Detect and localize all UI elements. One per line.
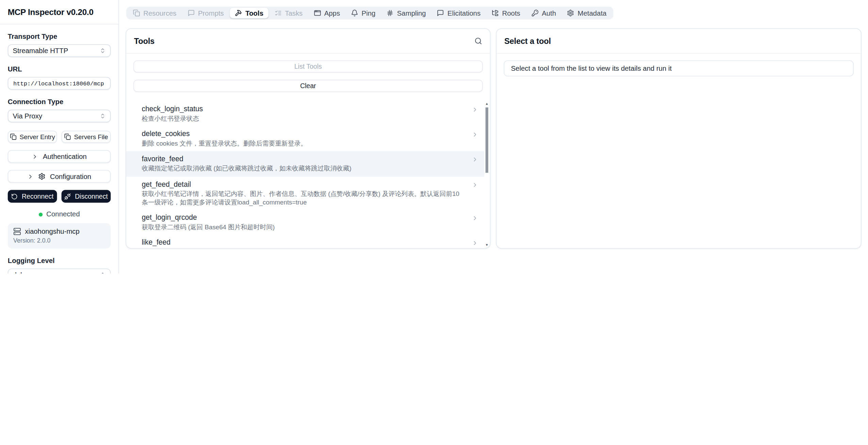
server-icon <box>13 228 21 235</box>
tool-name: get_login_qrcode <box>142 213 466 221</box>
tab-label: Metadata <box>578 9 606 17</box>
logging-level-value: debug <box>13 271 32 274</box>
server-version: Version: 2.0.0 <box>13 237 105 244</box>
tool-name: check_login_status <box>142 105 466 113</box>
servers-file-label: Servers File <box>74 133 108 140</box>
app-title: MCP Inspector v0.20.0 <box>8 7 111 17</box>
tool-row-get-login-qrcode[interactable]: get_login_qrcode 获取登录二维码 (返回 Base64 图片和超… <box>126 210 484 235</box>
configuration-expander[interactable]: Configuration <box>8 170 111 183</box>
connection-status: Connected <box>8 210 111 218</box>
tool-description: 删除 cookies 文件，重置登录状态。删除后需要重新登录。 <box>142 139 466 148</box>
disconnect-button[interactable]: Disconnect <box>62 190 111 202</box>
connection-type-value: Via Proxy <box>13 112 42 120</box>
tool-list: check_login_status 检查小红书登录状态 delete_cook… <box>126 101 484 248</box>
gear-icon <box>567 10 574 17</box>
chevron-right-icon <box>32 153 38 160</box>
tab-label: Prompts <box>198 9 224 17</box>
tab-label: Tools <box>246 9 264 17</box>
connected-dot <box>39 212 43 216</box>
tool-row-delete-cookies[interactable]: delete_cookies 删除 cookies 文件，重置登录状态。删除后需… <box>126 126 484 151</box>
sidebar-divider <box>0 24 118 24</box>
copy-icon <box>10 133 17 140</box>
chevrons-up-down-icon <box>100 113 106 119</box>
main-content: Resources Prompts Tools Tasks Apps Ping <box>119 0 868 274</box>
logging-level-label: Logging Level <box>8 257 111 265</box>
chevron-right-icon <box>472 181 479 188</box>
transport-type-select[interactable]: Streamable HTTP <box>8 44 111 57</box>
scroll-down-arrow[interactable]: ▼ <box>485 243 489 247</box>
tab-sampling[interactable]: Sampling <box>382 8 431 18</box>
scroll-thumb[interactable] <box>485 108 488 173</box>
tab-label: Elicitations <box>448 9 481 17</box>
tab-label: Ping <box>362 9 375 17</box>
tool-row-check-login-status[interactable]: check_login_status 检查小红书登录状态 <box>126 101 484 127</box>
list-checks-icon <box>274 10 282 17</box>
tab-auth[interactable]: Auth <box>526 8 561 18</box>
tab-resources[interactable]: Resources <box>128 8 181 18</box>
url-input[interactable] <box>8 77 111 89</box>
tool-description: 收藏指定笔记或取消收藏 (如已收藏将跳过收藏，如未收藏将跳过取消收藏) <box>142 165 466 173</box>
tab-label: Sampling <box>397 9 426 17</box>
tab-apps[interactable]: Apps <box>309 8 345 18</box>
reconnect-label: Reconnect <box>22 193 53 200</box>
folder-tree-icon <box>491 10 499 17</box>
server-info-card: xiaohongshu-mcp Version: 2.0.0 <box>8 223 111 249</box>
tab-label: Auth <box>542 9 556 17</box>
chevrons-up-down-icon <box>100 48 106 54</box>
app-window-icon <box>314 10 321 17</box>
tab-label: Roots <box>502 9 520 17</box>
tool-list-scrollbar[interactable]: ▲ ▼ <box>485 102 489 246</box>
tab-bar: Resources Prompts Tools Tasks Apps Ping <box>126 7 613 19</box>
tool-row-like-feed[interactable]: like_feed <box>126 235 484 247</box>
tab-roots[interactable]: Roots <box>487 8 525 18</box>
server-entry-button[interactable]: Server Entry <box>8 131 57 143</box>
tool-name: favorite_feed <box>142 155 466 163</box>
tab-label: Tasks <box>285 9 303 17</box>
hash-icon <box>386 10 394 17</box>
key-icon <box>531 10 538 17</box>
tool-row-favorite-feed[interactable]: favorite_feed 收藏指定笔记或取消收藏 (如已收藏将跳过收藏，如未收… <box>126 151 484 177</box>
clear-tools-button[interactable]: Clear <box>133 80 483 92</box>
tab-metadata[interactable]: Metadata <box>562 8 612 18</box>
tab-tasks[interactable]: Tasks <box>269 8 307 18</box>
chevron-right-icon <box>472 131 479 138</box>
transport-type-label: Transport Type <box>8 33 111 40</box>
tab-prompts[interactable]: Prompts <box>183 8 229 18</box>
chevron-right-icon <box>472 215 479 221</box>
chevron-right-icon <box>472 156 479 163</box>
authentication-label: Authentication <box>43 152 87 160</box>
authentication-expander[interactable]: Authentication <box>8 150 111 163</box>
gear-icon <box>38 173 46 180</box>
chevron-right-icon <box>27 173 34 180</box>
chevrons-up-down-icon <box>100 272 106 274</box>
tool-name: like_feed <box>142 238 466 246</box>
tab-ping[interactable]: Ping <box>346 8 381 18</box>
tool-row-get-feed-detail[interactable]: get_feed_detail 获取小红书笔记详情，返回笔记内容、图片、作者信息… <box>126 176 484 210</box>
disconnect-label: Disconnect <box>75 193 108 200</box>
list-tools-button[interactable]: List Tools <box>133 60 483 72</box>
unplug-icon <box>64 193 71 200</box>
detail-panel-title: Select a tool <box>504 36 551 45</box>
connection-type-select[interactable]: Via Proxy <box>8 110 111 122</box>
resources-icon <box>133 10 140 17</box>
tab-tools[interactable]: Tools <box>230 8 268 18</box>
search-tools-button[interactable] <box>474 37 482 45</box>
message-square-icon <box>187 10 195 17</box>
servers-file-button[interactable]: Servers File <box>62 131 111 143</box>
tool-detail-panel: Select a tool Select a tool from the lis… <box>496 28 861 249</box>
bell-icon <box>351 10 358 17</box>
rotate-ccw-icon <box>11 193 18 200</box>
tool-name: get_feed_detail <box>142 180 466 188</box>
tools-panel: Tools List Tools Clear check_login_statu… <box>126 28 490 249</box>
hammer-icon <box>235 10 242 17</box>
logging-level-select[interactable]: debug <box>8 268 111 274</box>
tab-elicitations[interactable]: Elicitations <box>432 8 485 18</box>
tool-description: 检查小红书登录状态 <box>142 115 466 123</box>
sidebar: MCP Inspector v0.20.0 Transport Type Str… <box>0 0 119 274</box>
mcp-inspector-app: MCP Inspector v0.20.0 Transport Type Str… <box>0 0 868 274</box>
tools-panel-title: Tools <box>134 36 154 45</box>
tab-label: Apps <box>324 9 340 17</box>
reconnect-button[interactable]: Reconnect <box>8 190 57 202</box>
configuration-label: Configuration <box>50 172 91 180</box>
scroll-up-arrow[interactable]: ▲ <box>485 102 489 105</box>
